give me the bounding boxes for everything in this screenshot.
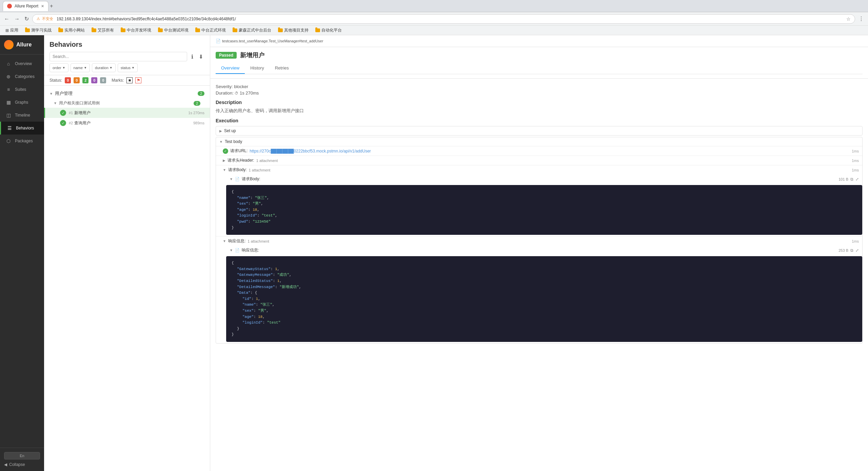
skipped-count-badge[interactable]: 0: [91, 77, 97, 83]
bookmark-prod[interactable]: 中台正式环境: [193, 27, 229, 34]
chevron-down-icon: ▼: [132, 66, 135, 69]
test-item-2[interactable]: ✓ #2 查询用户 989ms: [44, 118, 210, 128]
bookmark-network[interactable]: 实用小网站: [56, 27, 87, 34]
bookmark-support[interactable]: 其他项目支持: [275, 27, 311, 34]
step-header-attachment: 1 attachment: [256, 159, 278, 163]
bookmark-apps[interactable]: ⊞ 应用: [3, 27, 21, 34]
test-duration-1: 1s 270ms: [188, 111, 204, 115]
mark-box-1[interactable]: ■: [126, 77, 133, 83]
status-filter-label: Status:: [50, 78, 62, 83]
behaviors-header: Behaviors ℹ ⬇ order ▼ name ▼: [44, 35, 210, 75]
tag-icon: ⊛: [5, 74, 12, 80]
folder-icon: [25, 28, 30, 32]
bookmark-star-icon[interactable]: ☆: [846, 16, 851, 22]
nav-label-timeline: Timeline: [15, 113, 30, 118]
reload-button[interactable]: ↻: [23, 14, 30, 23]
app-container: Allure ⌂ Overview ⊛ Categories ≡ Suites …: [0, 35, 868, 471]
collapse-button[interactable]: ◀ Collapse: [4, 462, 40, 467]
setup-header[interactable]: ▶ Set up: [216, 126, 862, 135]
name-sort-btn[interactable]: name ▼: [71, 63, 90, 72]
nav-label-overview: Overview: [15, 61, 32, 66]
detail-tabs: Overview History Retries: [216, 63, 863, 74]
forward-button[interactable]: →: [13, 15, 21, 23]
step-response-duration: 1ms: [852, 239, 859, 243]
sidebar-item-overview[interactable]: ⌂ Overview: [0, 57, 44, 70]
passed-status-icon: ✓: [60, 120, 66, 126]
unknown-count-badge[interactable]: 0: [100, 77, 106, 83]
failed-count-badge[interactable]: 0: [65, 77, 71, 83]
expand-icon[interactable]: ⤢: [855, 248, 859, 253]
bookmark-test[interactable]: 中台测试环境: [155, 27, 191, 34]
chevron-down-icon: ▼: [230, 177, 233, 181]
back-button[interactable]: ←: [3, 15, 11, 23]
execution-title: Execution: [216, 118, 863, 123]
tab-retries[interactable]: Retries: [270, 63, 294, 74]
step-response-header[interactable]: ▼ 响应信息: 1 attachment 1ms: [216, 237, 862, 246]
new-tab-button[interactable]: +: [50, 3, 53, 9]
file-icon: 📄: [216, 39, 221, 43]
active-tab[interactable]: Allure Report ✕: [3, 1, 48, 11]
step-response-attachment: 1 attachment: [248, 239, 269, 243]
group-label: 用户管理: [55, 90, 73, 97]
group-count-badge: 2: [198, 91, 204, 96]
step-response-sub-header[interactable]: ▼ 📄 响应信息: 253 B ⧉ ⤢: [226, 246, 862, 255]
group-header-user-manage[interactable]: ▼ 用户管理 2: [44, 88, 210, 99]
bookmark-dev[interactable]: 中台开发环境: [118, 27, 154, 34]
order-sort-btn[interactable]: order ▼: [50, 63, 68, 72]
step-body-label: 请求Body:: [228, 167, 247, 173]
step-body-sub-header[interactable]: ▼ 📄 请求Body: 101 B ⧉ ⤢: [226, 175, 862, 184]
sidebar-item-behaviors[interactable]: ☰ Behaviors: [0, 122, 44, 135]
duration-value: 1s 270ms: [240, 90, 259, 96]
broken-count-badge[interactable]: 0: [74, 77, 80, 83]
status-sort-btn[interactable]: status ▼: [118, 63, 138, 72]
test-duration-2: 989ms: [193, 121, 204, 125]
test-num-1: #1: [69, 111, 73, 115]
step-request-body: ▼ 请求Body: 1 attachment 1ms ▼ 📄 请求Body:: [216, 165, 862, 235]
copy-icon[interactable]: ⧉: [850, 177, 853, 182]
sub-group-header[interactable]: ▼ 用户相关接口测试用例 2: [44, 99, 210, 108]
detail-header: Passed 新增用户 Overview History Retries: [210, 47, 868, 79]
tab-history[interactable]: History: [245, 63, 269, 74]
bookmark-haosen[interactable]: 豪森正式中台后台: [230, 27, 274, 34]
step-url-header[interactable]: ✓ 请求URL: https://270c████████0222bbcf53.…: [216, 146, 862, 156]
mark-box-2[interactable]: ⚑: [135, 77, 141, 83]
expand-icon[interactable]: ⤢: [855, 177, 859, 182]
sidebar-item-suites[interactable]: ≡ Suites: [0, 83, 44, 96]
bookmark-auto[interactable]: 自动化平台: [313, 27, 344, 34]
chevron-left-icon: ◀: [4, 462, 7, 467]
behaviors-controls: ℹ ⬇: [50, 52, 204, 61]
duration-sort-btn[interactable]: duration ▼: [92, 63, 116, 72]
sidebar-item-timeline[interactable]: ◫ Timeline: [0, 109, 44, 122]
test-item-1[interactable]: ✓ #1 新增用户 1s 270ms: [44, 108, 210, 118]
copy-icon[interactable]: ⧉: [850, 248, 853, 253]
setup-item: ▶ Set up: [216, 126, 863, 136]
step-response-expanded: ▼ 📄 响应信息: 253 B ⧉ ⤢ {: [216, 246, 862, 342]
language-button[interactable]: En: [4, 452, 40, 459]
bookmark-aisha[interactable]: 艾莎所有: [89, 27, 117, 34]
address-bar[interactable]: ⚠ 不安全 192.168.3.89:1304/index.html#behav…: [32, 14, 855, 24]
tab-overview[interactable]: Overview: [216, 63, 245, 74]
bookmark-study[interactable]: 测学习实战: [22, 27, 54, 34]
test-body-header[interactable]: ▼ Test body: [216, 137, 862, 146]
package-icon: ⬡: [5, 138, 12, 144]
extensions-button[interactable]: ⋮: [857, 14, 865, 23]
download-button[interactable]: ⬇: [197, 52, 204, 61]
logo-icon: [4, 40, 14, 49]
tab-close-btn[interactable]: ✕: [41, 4, 44, 8]
step-body-header[interactable]: ▼ 请求Body: 1 attachment 1ms: [216, 165, 862, 175]
sidebar-item-graphs[interactable]: ▦ Graphs: [0, 96, 44, 109]
tab-favicon: [7, 4, 12, 8]
request-body-code: { "name": "张三", "sex": "男", "age": 18, "…: [226, 185, 862, 235]
step-url-duration: 1ms: [852, 149, 859, 153]
info-button[interactable]: ℹ: [190, 52, 195, 61]
chevron-down-icon: ▼: [50, 92, 53, 96]
passed-count-badge[interactable]: 2: [82, 77, 88, 83]
search-input[interactable]: [50, 52, 187, 61]
sidebar-item-categories[interactable]: ⊛ Categories: [0, 70, 44, 83]
step-header-header[interactable]: ▶ 请求头Header: 1 attachment 1ms: [216, 156, 862, 165]
response-size: 253 B: [839, 248, 848, 252]
folder-icon: [158, 28, 163, 32]
test-name-1: 新增用户: [74, 110, 188, 116]
sidebar-item-packages[interactable]: ⬡ Packages: [0, 135, 44, 147]
duration-label: Duration:: [216, 90, 235, 96]
